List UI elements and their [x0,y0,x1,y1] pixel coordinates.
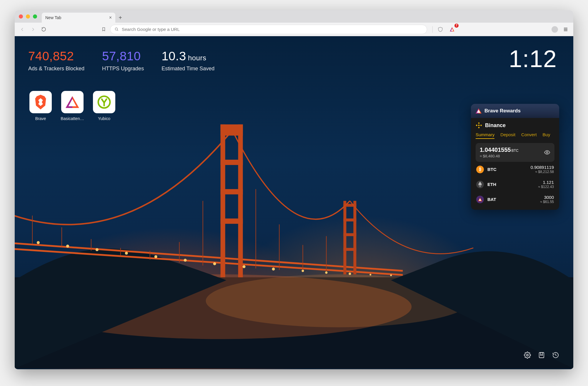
binance-total: 1.04401555BTC ≈ $8,480.48 [476,143,554,162]
svg-rect-19 [221,124,243,131]
top-sites: Brave Basicatten… Yubico [28,91,116,121]
stat-label: HTTPS Upgrades [102,66,144,72]
total-usd: ≈ $8,480.48 [480,154,519,158]
stats-row: 740,852 Ads & Trackers Blocked 57,810 HT… [28,50,214,72]
profile-avatar-icon[interactable] [552,26,558,33]
binance-card: Binance Summary Deposit Convert Buy 1.04… [471,118,559,210]
shortcut-label: Basicatten… [61,116,84,121]
svg-rect-15 [221,130,243,136]
eth-icon [476,181,484,188]
svg-rect-18 [221,219,243,224]
svg-point-44 [243,265,246,268]
svg-point-42 [184,259,187,262]
stat-time-saved: 10.3hours Estimated Time Saved [161,50,214,72]
bookmark-icon[interactable] [99,25,108,34]
svg-rect-14 [238,124,243,277]
asset-amount: 1.121 [538,180,554,185]
bat-icon [476,108,482,114]
shortcut-yubico[interactable]: Yubico [92,91,116,121]
svg-point-0 [115,28,118,30]
tab-strip: New Tab × + [15,10,573,23]
new-tab-button[interactable]: + [115,13,125,23]
tab-convert[interactable]: Convert [521,132,537,139]
tab-title: New Tab [45,15,61,20]
tab-summary[interactable]: Summary [476,132,494,139]
asset-symbol: BTC [487,167,497,172]
svg-line-1 [117,30,118,31]
shortcut-label: Yubico [98,116,110,121]
asset-symbol: BAT [487,197,496,202]
svg-rect-61 [476,124,478,126]
stat-https-upgrades: 57,810 HTTPS Upgrades [102,50,144,72]
tab-deposit[interactable]: Deposit [500,132,515,139]
btc-icon: ₿ [476,166,484,173]
main-menu-icon[interactable] [562,25,570,34]
reload-icon[interactable] [39,25,48,34]
zoom-window-icon[interactable] [33,14,37,19]
shields-icon[interactable] [436,25,444,34]
window-controls [19,10,42,23]
svg-rect-24 [343,233,356,236]
tab-buy[interactable]: Buy [543,132,550,139]
shortcut-bat[interactable]: Basicatten… [60,91,85,121]
clock: 1:12 [509,45,557,73]
asset-row-btc[interactable]: ₿ BTC 0.90891119 ≈ $8,212.58 [476,162,554,177]
tab-new-tab[interactable]: New Tab × [42,13,115,23]
svg-point-41 [154,255,157,258]
nav-back-icon[interactable] [18,25,26,34]
tab-close-icon[interactable]: × [109,15,112,20]
binance-title: Binance [485,122,506,129]
toolbar: 7 [15,23,573,36]
stat-ads-blocked: 740,852 Ads & Trackers Blocked [28,50,84,72]
svg-point-45 [272,268,275,271]
browser-window: New Tab × + [15,10,573,369]
svg-point-10 [206,274,471,327]
svg-rect-23 [343,219,356,222]
stat-label: Estimated Time Saved [161,66,214,72]
asset-amount: 0.90891119 [531,165,554,170]
stat-value: 740,852 [28,50,84,63]
svg-point-69 [527,354,528,356]
address-bar[interactable] [110,25,427,34]
rewards-badge: 7 [454,24,459,28]
toolbar-separator [432,26,433,33]
stat-value: 10.3hours [161,50,214,63]
bat-icon [61,91,84,113]
close-window-icon[interactable] [19,14,23,19]
binance-tabs: Summary Deposit Convert Buy [476,132,554,139]
svg-point-37 [37,241,40,244]
search-icon [114,27,119,31]
svg-line-12 [15,248,403,275]
svg-point-46 [302,270,304,272]
asset-usd: ≈ $61.55 [540,200,554,204]
svg-rect-22 [343,204,356,207]
shortcut-brave[interactable]: Brave [28,91,53,121]
brave-rewards-icon[interactable]: 7 [448,25,456,34]
yubico-icon [93,91,115,113]
svg-rect-21 [353,201,356,274]
svg-point-50 [390,274,392,276]
asset-row-bat[interactable]: BAT 3000 ≈ $61.55 [476,192,554,207]
svg-point-9 [29,274,412,339]
svg-point-64 [546,152,548,153]
svg-point-48 [349,273,351,275]
svg-point-39 [96,248,99,251]
binance-header: Binance [476,122,554,129]
brave-rewards-card[interactable]: Brave Rewards [471,104,559,118]
asset-row-eth[interactable]: ETH 1.121 ≈ $122.43 [476,177,554,192]
widgets-column: Brave Rewards Binance Summary Deposit Co… [471,104,559,210]
history-icon[interactable] [552,351,560,359]
minimize-window-icon[interactable] [26,14,30,19]
address-input[interactable] [122,27,423,32]
nav-forward-icon[interactable] [29,25,37,34]
stat-label: Ads & Trackers Blocked [28,66,84,72]
settings-icon[interactable] [523,351,532,359]
toggle-visibility-icon[interactable] [544,149,550,156]
bookmarks-icon[interactable] [537,351,546,359]
svg-rect-16 [221,160,243,165]
bat-icon [476,196,484,203]
svg-point-49 [369,274,371,276]
page-options [523,351,560,359]
stat-value: 57,810 [102,50,144,63]
asset-usd: ≈ $8,212.58 [531,170,554,174]
